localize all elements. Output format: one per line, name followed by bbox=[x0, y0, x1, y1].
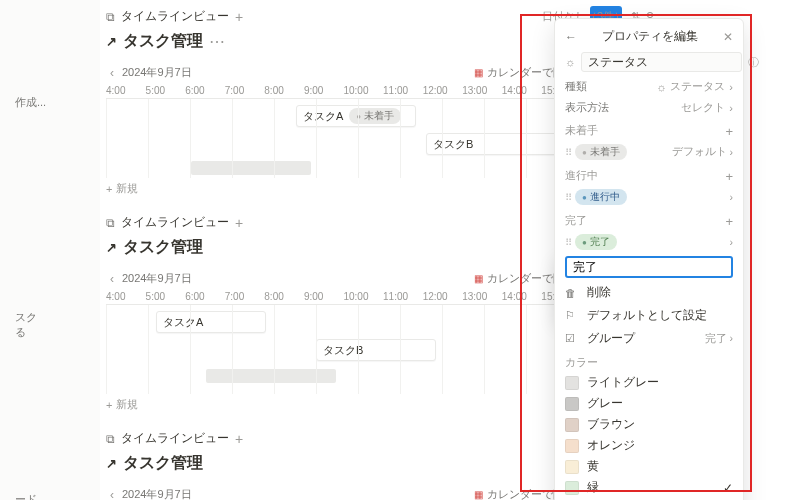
page-title[interactable]: タスク管理 bbox=[123, 453, 203, 474]
hour-tick: 14:00 bbox=[502, 291, 542, 302]
hour-tick: 12:00 bbox=[423, 85, 463, 96]
page-title[interactable]: タスク管理 bbox=[123, 31, 203, 52]
color-option[interactable]: オレンジ bbox=[555, 435, 743, 456]
property-type-row[interactable]: 種類 ☼ ステータス › bbox=[555, 76, 743, 97]
info-icon[interactable]: ⓘ bbox=[748, 55, 759, 70]
calendar-icon: ▦ bbox=[474, 67, 483, 78]
sidebar-text: 作成... bbox=[15, 95, 46, 110]
view-tab[interactable]: タイムラインビュー bbox=[121, 214, 229, 231]
open-link-icon: ↗ bbox=[106, 456, 117, 471]
task-bar[interactable]: タスクB bbox=[426, 133, 566, 155]
current-date: 2024年9月7日 bbox=[122, 65, 192, 80]
add-view-button[interactable]: + bbox=[235, 432, 243, 446]
group-icon: ☑ bbox=[565, 332, 579, 345]
hour-tick: 9:00 bbox=[304, 85, 344, 96]
hour-tick: 10:00 bbox=[343, 85, 383, 96]
group-header-in-progress: 進行中+ bbox=[555, 163, 743, 186]
hour-tick: 5:00 bbox=[146, 85, 186, 96]
hour-tick: 5:00 bbox=[146, 291, 186, 302]
task-name: タスクA bbox=[163, 315, 203, 330]
property-name-input[interactable] bbox=[581, 52, 742, 72]
hour-tick: 14:00 bbox=[502, 85, 542, 96]
timeline-icon: ⧉ bbox=[106, 216, 115, 230]
status-option-row[interactable]: ⠿完了 › bbox=[555, 231, 743, 253]
prev-period-button[interactable]: ‹ bbox=[106, 66, 118, 80]
status-option-row[interactable]: ⠿未着手 デフォルト › bbox=[555, 141, 743, 163]
color-section-label: カラー bbox=[555, 350, 743, 372]
add-view-button[interactable]: + bbox=[235, 216, 243, 230]
task-bar[interactable]: タスクA bbox=[156, 311, 266, 333]
task-bar[interactable]: タスクA 未着手 bbox=[296, 105, 416, 127]
view-tab[interactable]: タイムラインビュー bbox=[121, 430, 229, 447]
color-option[interactable]: 緑✓ bbox=[555, 477, 743, 498]
color-option[interactable]: 黄 bbox=[555, 456, 743, 477]
color-option[interactable]: ブラウン bbox=[555, 414, 743, 435]
more-icon[interactable]: ⋯ bbox=[209, 32, 225, 51]
color-option[interactable]: ライトグレー bbox=[555, 372, 743, 393]
group-select-button[interactable]: ☑グループ完了 › bbox=[555, 327, 743, 350]
task-bar[interactable]: タスクB bbox=[316, 339, 436, 361]
page-title[interactable]: タスク管理 bbox=[123, 237, 203, 258]
hour-tick: 7:00 bbox=[225, 291, 265, 302]
status-badge: 進行中 bbox=[575, 189, 627, 205]
hour-tick: 13:00 bbox=[462, 85, 502, 96]
add-option-button[interactable]: + bbox=[725, 169, 733, 184]
timeline-icon: ⧉ bbox=[106, 432, 115, 446]
option-name-input[interactable] bbox=[565, 256, 733, 278]
group-header-not-started: 未着手+ bbox=[555, 118, 743, 141]
hour-tick: 11:00 bbox=[383, 291, 423, 302]
hour-tick: 13:00 bbox=[462, 291, 502, 302]
calendar-icon: ▦ bbox=[474, 489, 483, 500]
hour-tick: 12:00 bbox=[423, 291, 463, 302]
set-default-button[interactable]: ⚐デフォルトとして設定 bbox=[555, 304, 743, 327]
group-header-done: 完了+ bbox=[555, 208, 743, 231]
color-swatch bbox=[565, 460, 579, 474]
check-icon: ✓ bbox=[723, 481, 733, 495]
flag-icon: ⚐ bbox=[565, 309, 579, 322]
sidebar-text: スクる bbox=[15, 310, 37, 340]
hour-tick: 6:00 bbox=[185, 85, 225, 96]
hour-tick: 8:00 bbox=[264, 291, 304, 302]
color-option[interactable]: グレー bbox=[555, 393, 743, 414]
prev-period-button[interactable]: ‹ bbox=[106, 488, 118, 501]
color-name: ブラウン bbox=[587, 417, 635, 432]
hour-tick: 10:00 bbox=[343, 291, 383, 302]
prev-period-button[interactable]: ‹ bbox=[106, 272, 118, 286]
drag-handle-icon[interactable]: ⠿ bbox=[565, 147, 571, 158]
status-type-icon: ☼ bbox=[565, 56, 575, 68]
hour-tick: 11:00 bbox=[383, 85, 423, 96]
sidebar-text: ード bbox=[15, 492, 37, 500]
drag-handle-icon[interactable]: ⠿ bbox=[565, 237, 571, 248]
color-swatch bbox=[565, 397, 579, 411]
add-option-button[interactable]: + bbox=[725, 124, 733, 139]
back-button[interactable]: ← bbox=[565, 30, 577, 44]
hour-tick: 9:00 bbox=[304, 291, 344, 302]
trash-icon: 🗑 bbox=[565, 287, 579, 299]
color-swatch bbox=[565, 439, 579, 453]
add-row-button[interactable]: +新規 bbox=[106, 397, 138, 412]
drag-handle-icon[interactable]: ⠿ bbox=[565, 192, 571, 203]
hour-tick: 4:00 bbox=[106, 291, 146, 302]
color-swatch bbox=[565, 481, 579, 495]
current-date: 2024年9月7日 bbox=[122, 271, 192, 286]
color-name: グレー bbox=[587, 396, 623, 411]
display-method-row[interactable]: 表示方法 セレクト › bbox=[555, 97, 743, 118]
current-date: 2024年9月7日 bbox=[122, 487, 192, 500]
status-option-row[interactable]: ⠿進行中 › bbox=[555, 186, 743, 208]
open-link-icon: ↗ bbox=[106, 240, 117, 255]
add-row-button[interactable]: +新規 bbox=[106, 181, 138, 196]
status-badge: 未着手 bbox=[575, 144, 627, 160]
color-swatch bbox=[565, 418, 579, 432]
add-option-button[interactable]: + bbox=[725, 214, 733, 229]
timeline-icon: ⧉ bbox=[106, 10, 115, 24]
left-sidebar-fragment: 作成... スクる ード bbox=[0, 0, 100, 500]
close-button[interactable]: ✕ bbox=[723, 30, 733, 44]
delete-option-button[interactable]: 🗑削除 bbox=[555, 281, 743, 304]
property-edit-panel: ← プロパティを編集 ✕ ☼ ⓘ 種類 ☼ ステータス › 表示方法 セレクト … bbox=[554, 18, 744, 500]
shadow-bar bbox=[191, 161, 311, 175]
calendar-icon: ▦ bbox=[474, 273, 483, 284]
view-tab[interactable]: タイムラインビュー bbox=[121, 8, 229, 25]
color-name: 緑 bbox=[587, 480, 599, 495]
open-link-icon: ↗ bbox=[106, 34, 117, 49]
add-view-button[interactable]: + bbox=[235, 10, 243, 24]
